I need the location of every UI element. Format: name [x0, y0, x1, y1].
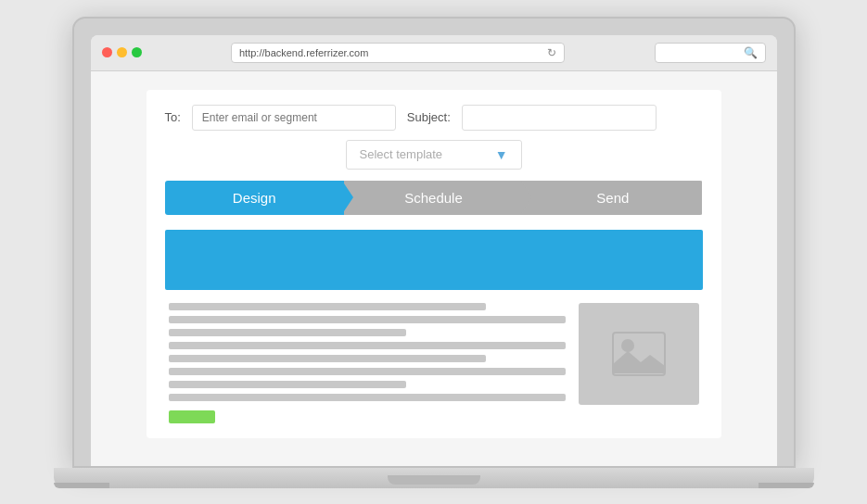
address-bar[interactable]: http://backend.referrizer.com ↻	[231, 43, 565, 63]
step-send[interactable]: Send	[523, 181, 702, 215]
text-line-1	[169, 303, 486, 310]
chevron-down-icon: ▼	[495, 147, 508, 162]
traffic-lights	[102, 47, 142, 57]
search-icon: 🔍	[744, 46, 758, 59]
subject-input[interactable]	[462, 105, 657, 131]
laptop-foot-left	[54, 483, 109, 488]
steps-bar: Design Schedule Send	[165, 181, 703, 215]
step-schedule[interactable]: Schedule	[344, 181, 523, 215]
step-design[interactable]: Design	[165, 181, 344, 215]
browser-toolbar: http://backend.referrizer.com ↻ 🔍	[91, 35, 777, 71]
to-label: To:	[165, 110, 181, 124]
green-cta-button[interactable]	[169, 410, 215, 423]
laptop-container: http://backend.referrizer.com ↻ 🔍 To:	[72, 17, 796, 488]
email-image-placeholder	[579, 303, 699, 405]
to-subject-row: To: Subject:	[165, 105, 703, 131]
browser-chrome: http://backend.referrizer.com ↻ 🔍 To:	[91, 35, 777, 466]
maximize-button[interactable]	[132, 47, 142, 57]
refresh-icon[interactable]: ↻	[547, 46, 556, 59]
text-line-4	[169, 342, 566, 349]
text-line-3	[169, 329, 407, 336]
to-input[interactable]	[192, 105, 396, 131]
text-line-2	[169, 316, 566, 323]
text-line-7	[169, 381, 407, 388]
text-line-8	[169, 394, 566, 401]
laptop-foot-right	[759, 483, 814, 488]
laptop-screen: http://backend.referrizer.com ↻ 🔍 To:	[72, 17, 796, 468]
image-icon	[611, 331, 667, 377]
text-line-6	[169, 368, 566, 375]
template-select-dropdown[interactable]: Select template ▼	[346, 140, 522, 170]
laptop-notch	[388, 475, 480, 485]
url-text: http://backend.referrizer.com	[239, 47, 368, 58]
template-select-label: Select template	[360, 147, 443, 161]
text-line-5	[169, 355, 486, 362]
subject-label: Subject:	[407, 110, 451, 124]
template-select-row: Select template ▼	[165, 140, 703, 170]
step-schedule-label: Schedule	[404, 190, 463, 206]
svg-point-1	[621, 339, 634, 352]
browser-content: To: Subject: Select template ▼	[91, 71, 777, 466]
email-form: To: Subject: Select template ▼	[147, 90, 721, 438]
email-text-area	[169, 303, 566, 423]
minimize-button[interactable]	[117, 47, 127, 57]
email-header-banner	[165, 230, 703, 290]
step-send-label: Send	[596, 190, 629, 206]
close-button[interactable]	[102, 47, 112, 57]
search-bar[interactable]: 🔍	[655, 43, 766, 63]
email-body	[165, 303, 703, 423]
step-design-label: Design	[233, 190, 276, 206]
email-preview	[165, 230, 703, 423]
laptop-base	[54, 468, 814, 488]
